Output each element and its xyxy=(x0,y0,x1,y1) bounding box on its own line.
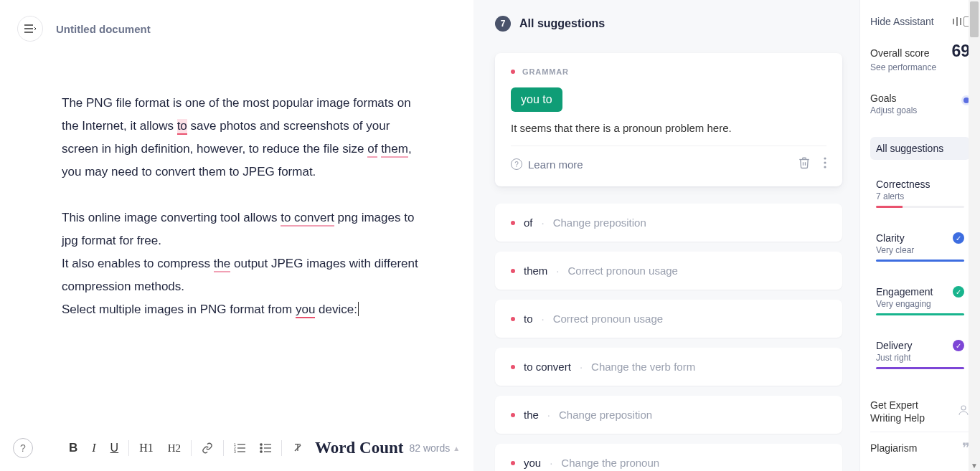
format-toolbar: ? B I U H1 H2 123 Word Count 82 words ▲ xyxy=(7,432,466,464)
ordered-list-button[interactable]: 123 xyxy=(227,443,253,453)
category-correctness[interactable]: Correctness 7 alerts xyxy=(870,173,970,214)
category-sub: Very engaging xyxy=(876,299,964,309)
menu-button[interactable] xyxy=(17,16,43,42)
link-button[interactable] xyxy=(194,442,220,454)
flagged-word-them[interactable]: them xyxy=(381,142,408,158)
category-sub: Very clear xyxy=(876,245,964,255)
separator: · xyxy=(556,265,559,277)
suggestion-hint: Change preposition xyxy=(559,409,652,421)
suggestion-word: you xyxy=(524,457,541,469)
text-run: Select multiple images in PNG format fro… xyxy=(62,303,296,316)
flagged-word-of[interactable]: of xyxy=(367,142,377,158)
category-dot-icon xyxy=(511,269,515,273)
help-icon[interactable]: ? xyxy=(13,438,33,458)
document-title[interactable]: Untitled document xyxy=(56,23,151,35)
word-count-caret-icon[interactable]: ▲ xyxy=(453,444,460,452)
more-options-icon[interactable] xyxy=(824,157,826,171)
word-count-label[interactable]: Word Count xyxy=(315,439,403,457)
suggestion-item[interactable]: of·Change preposition xyxy=(495,204,842,242)
bold-button[interactable]: B xyxy=(62,441,85,455)
category-title: Clarity xyxy=(876,232,905,244)
unordered-list-button[interactable] xyxy=(253,443,278,453)
h1-button[interactable]: H1 xyxy=(132,442,161,455)
flagged-word-the[interactable]: the xyxy=(214,257,231,272)
suggestion-category: GRAMMAR xyxy=(522,67,569,76)
check-icon: ✓ xyxy=(953,340,964,351)
suggestion-count-badge: 7 xyxy=(495,16,511,32)
suggestions-pane: 7 All suggestions GRAMMAR you to It seem… xyxy=(473,0,859,471)
italic-button[interactable]: I xyxy=(85,442,103,455)
svg-point-13 xyxy=(260,451,262,452)
svg-point-16 xyxy=(824,157,826,159)
flagged-word-you[interactable]: you xyxy=(296,303,315,318)
suggestion-hint: Change preposition xyxy=(553,217,646,229)
suggestion-word: to xyxy=(524,313,533,325)
category-dot-icon xyxy=(511,317,515,321)
text-run: This online image converting tool allows xyxy=(62,211,281,224)
scrollbar-thumb[interactable] xyxy=(970,1,979,37)
suggestion-word: of xyxy=(524,217,533,229)
separator: · xyxy=(547,409,550,421)
editor-content[interactable]: The PNG file format is one of the most p… xyxy=(17,42,419,321)
overall-score-label: Overall score xyxy=(870,47,929,59)
panel-toggle-icon[interactable] xyxy=(953,16,970,27)
overall-score-value: 69 xyxy=(951,42,970,61)
expert-help-label: Get Expert Writing Help xyxy=(870,399,949,424)
hide-assistant-link[interactable]: Hide Assistant xyxy=(870,16,934,27)
category-bar xyxy=(876,367,964,369)
suggestion-item[interactable]: you·Change the pronoun xyxy=(495,444,842,471)
category-dot-icon xyxy=(511,461,515,465)
underline-button[interactable]: U xyxy=(103,442,126,455)
suggestion-hint: Correct pronoun usage xyxy=(568,265,678,277)
editor-pane: Untitled document The PNG file format is… xyxy=(0,0,473,471)
svg-point-18 xyxy=(824,166,826,168)
expert-help-link[interactable]: Get Expert Writing Help xyxy=(870,391,970,432)
svg-text:3: 3 xyxy=(234,449,236,453)
assistant-sidebar: Hide Assistant Overall score 69 See perf… xyxy=(859,0,980,471)
category-dot-icon xyxy=(511,70,515,74)
scrollbar-track[interactable]: ▲ ▼ xyxy=(969,0,980,471)
suggestion-hint: Change the pronoun xyxy=(561,457,659,469)
suggestion-hint: Correct pronoun usage xyxy=(553,313,663,325)
adjust-goals-link[interactable]: Adjust goals xyxy=(870,105,970,115)
category-title: Correctness xyxy=(876,179,964,190)
category-title: All suggestions xyxy=(876,143,964,154)
suggestion-word: to convert xyxy=(524,361,571,373)
separator: · xyxy=(580,361,583,373)
word-count-value: 82 words xyxy=(409,442,450,454)
category-dot-icon xyxy=(511,365,515,369)
dismiss-icon[interactable] xyxy=(798,156,811,172)
text-run: It also enables to compress xyxy=(62,257,214,270)
category-delivery[interactable]: Delivery ✓ Just right xyxy=(870,334,970,375)
suggestion-item[interactable]: the·Change preposition xyxy=(495,396,842,434)
check-icon: ✓ xyxy=(953,286,964,298)
category-engagement[interactable]: Engagement ✓ Very engaging xyxy=(870,280,970,321)
scroll-down-icon[interactable]: ▼ xyxy=(969,460,980,471)
suggestion-card-expanded[interactable]: GRAMMAR you to It seems that there is a … xyxy=(495,53,842,186)
category-clarity[interactable]: Clarity ✓ Very clear xyxy=(870,227,970,267)
category-all-suggestions[interactable]: All suggestions xyxy=(870,137,970,160)
plagiarism-link[interactable]: Plagiarism ❞ xyxy=(870,432,970,464)
learn-more-link[interactable]: ?Learn more xyxy=(511,158,583,171)
see-performance-link[interactable]: See performance xyxy=(870,62,970,72)
check-icon: ✓ xyxy=(953,232,964,244)
apply-fix-button[interactable]: you to xyxy=(511,87,562,112)
svg-point-19 xyxy=(961,406,966,410)
flagged-word-to[interactable]: to xyxy=(177,119,187,135)
plagiarism-label: Plagiarism xyxy=(870,442,917,455)
category-title: Delivery xyxy=(876,340,913,351)
suggestion-item[interactable]: to convert·Change the verb form xyxy=(495,348,842,386)
learn-more-label: Learn more xyxy=(528,158,583,171)
flagged-word-to-convert[interactable]: to convert xyxy=(281,211,334,227)
separator: · xyxy=(550,457,552,469)
category-sub: 7 alerts xyxy=(876,191,964,201)
suggestion-item[interactable]: them·Correct pronoun usage xyxy=(495,252,842,290)
category-bar xyxy=(876,260,964,262)
svg-point-17 xyxy=(824,161,826,163)
h2-button[interactable]: H2 xyxy=(161,442,188,455)
separator: · xyxy=(542,217,545,229)
suggestion-item[interactable]: to·Correct pronoun usage xyxy=(495,300,842,338)
clear-format-button[interactable] xyxy=(285,442,311,454)
goals-label: Goals xyxy=(870,92,970,104)
suggestion-description: It seems that there is a pronoun problem… xyxy=(511,122,826,134)
